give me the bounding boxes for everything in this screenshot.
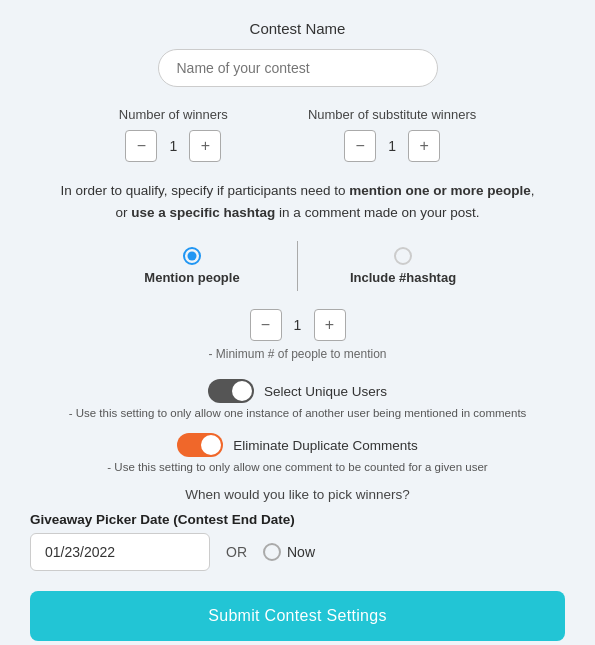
hashtag-option[interactable]: Include #hashtag — [303, 247, 503, 285]
winners-label: Number of winners — [119, 107, 228, 122]
contest-name-label: Contest Name — [30, 20, 565, 37]
duplicate-comments-hint: - Use this setting to only allow one com… — [107, 461, 487, 473]
duplicate-comments-label-row: Eliminate Duplicate Comments — [177, 433, 418, 457]
winners-group: Number of winners − 1 + — [119, 107, 228, 162]
qualify-text: In order to qualify, specify if particip… — [30, 180, 565, 223]
unique-users-toggle-row: Select Unique Users - Use this setting t… — [30, 379, 565, 419]
mention-stepper-row: − 1 + - Minimum # of people to mention — [30, 309, 565, 361]
qualify-bold1: mention one or more people — [349, 183, 531, 198]
unique-users-toggle[interactable] — [208, 379, 254, 403]
substitute-increment-button[interactable]: + — [408, 130, 440, 162]
qualify-bold2: use a specific hashtag — [131, 205, 275, 220]
now-option[interactable]: Now — [263, 543, 315, 561]
unique-users-hint: - Use this setting to only allow one ins… — [69, 407, 527, 419]
duplicate-comments-track — [177, 433, 223, 457]
winners-row: Number of winners − 1 + Number of substi… — [30, 107, 565, 162]
substitute-winners-stepper: − 1 + — [344, 130, 440, 162]
radio-divider — [297, 241, 298, 291]
winners-decrement-button[interactable]: − — [125, 130, 157, 162]
substitute-winners-value: 1 — [386, 138, 398, 154]
now-label: Now — [287, 544, 315, 560]
mention-stepper: − 1 + — [250, 309, 346, 341]
unique-users-knob — [232, 381, 252, 401]
date-row: OR Now — [30, 533, 565, 571]
now-radio[interactable] — [263, 543, 281, 561]
mention-people-option[interactable]: Mention people — [92, 247, 292, 285]
contest-name-input[interactable] — [158, 49, 438, 87]
hashtag-label: Include #hashtag — [350, 270, 456, 285]
mention-hint: - Minimum # of people to mention — [208, 347, 386, 361]
duplicate-comments-toggle-row: Eliminate Duplicate Comments - Use this … — [30, 433, 565, 473]
mention-people-radio[interactable] — [183, 247, 201, 265]
substitute-winners-group: Number of substitute winners − 1 + — [308, 107, 476, 162]
date-input[interactable] — [30, 533, 210, 571]
duplicate-comments-knob — [201, 435, 221, 455]
mention-decrement-button[interactable]: − — [250, 309, 282, 341]
mention-increment-button[interactable]: + — [314, 309, 346, 341]
mention-stepper-value: 1 — [292, 317, 304, 333]
when-text: When would you like to pick winners? — [30, 487, 565, 502]
submit-button[interactable]: Submit Contest Settings — [30, 591, 565, 641]
substitute-decrement-button[interactable]: − — [344, 130, 376, 162]
winners-value: 1 — [167, 138, 179, 154]
qualify-radio-row: Mention people Include #hashtag — [30, 241, 565, 291]
hashtag-radio[interactable] — [394, 247, 412, 265]
unique-users-label-row: Select Unique Users — [208, 379, 387, 403]
mention-people-label: Mention people — [144, 270, 239, 285]
winners-stepper: − 1 + — [125, 130, 221, 162]
or-text: OR — [226, 544, 247, 560]
winners-increment-button[interactable]: + — [189, 130, 221, 162]
unique-users-track — [208, 379, 254, 403]
substitute-winners-label: Number of substitute winners — [308, 107, 476, 122]
duplicate-comments-toggle[interactable] — [177, 433, 223, 457]
unique-users-label: Select Unique Users — [264, 384, 387, 399]
duplicate-comments-label: Eliminate Duplicate Comments — [233, 438, 418, 453]
giveaway-label: Giveaway Picker Date (Contest End Date) — [30, 512, 565, 527]
main-container: Contest Name Number of winners − 1 + Num… — [0, 0, 595, 645]
